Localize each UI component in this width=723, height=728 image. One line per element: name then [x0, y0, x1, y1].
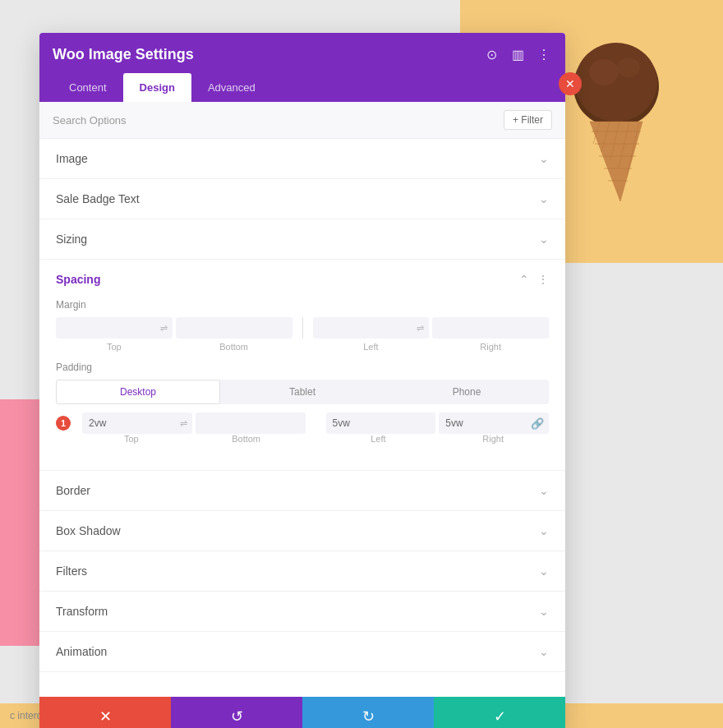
animation-label: Animation [56, 645, 107, 658]
margin-labels-left: Top Bottom [56, 342, 292, 352]
device-tabs: Desktop Tablet Phone [56, 380, 549, 404]
panel-title: Woo Image Settings [53, 46, 194, 63]
tab-advanced[interactable]: Advanced [191, 73, 272, 102]
device-tab-phone[interactable]: Phone [385, 380, 549, 404]
padding-link-chain-icon: 🔗 [531, 417, 544, 430]
padding-labels-left: Top Bottom [76, 434, 302, 444]
device-tab-tablet[interactable]: Tablet [220, 380, 385, 404]
search-bar: Search Options + Filter [39, 102, 565, 139]
filters-label: Filters [56, 564, 87, 578]
box-shadow-chevron: ⌄ [539, 524, 549, 537]
search-placeholder: Search Options [53, 114, 127, 127]
padding-top-link-icon: ⇌ [180, 418, 187, 429]
padding-top-label: Top [76, 434, 187, 444]
padding-left-wrap [326, 412, 436, 434]
padding-right-wrap: 🔗 [439, 412, 549, 434]
sale-badge-label: Sale Badge Text [56, 192, 140, 205]
animation-chevron: ⌄ [539, 645, 549, 658]
margin-bottom-input[interactable] [176, 317, 292, 339]
border-label: Border [56, 484, 90, 497]
margin-left-input[interactable] [313, 317, 430, 339]
image-chevron: ⌄ [539, 152, 549, 165]
save-button[interactable]: ✓ [434, 697, 565, 728]
filter-button[interactable]: + Filter [504, 110, 552, 130]
close-button[interactable]: ✕ [559, 72, 582, 95]
margin-top-input[interactable] [56, 317, 173, 339]
padding-bottom-wrap [196, 412, 306, 434]
padding-left-input[interactable] [326, 412, 436, 434]
filters-section[interactable]: Filters ⌄ [39, 551, 565, 592]
more-icon[interactable]: ⋮ [536, 47, 552, 63]
sections-container: Image ⌄ Sale Badge Text ⌄ Sizing ⌄ Spaci… [39, 139, 565, 697]
margin-top-link-icon: ⇌ [160, 323, 168, 334]
spacing-more-icon[interactable]: ⋮ [537, 273, 549, 286]
transform-label: Transform [56, 605, 108, 618]
padding-left-label: Left [323, 434, 435, 444]
margin-left-pair: ⇌ [56, 317, 292, 339]
spacing-header: Spacing ⌃ ⋮ [56, 273, 549, 286]
settings-icon[interactable]: ⊙ [483, 47, 500, 63]
padding-right-label: Right [437, 434, 549, 444]
device-tab-desktop[interactable]: Desktop [56, 380, 220, 404]
padding-fields-right: 🔗 [326, 412, 550, 434]
header-icons: ⊙ ▥ ⋮ [483, 47, 552, 63]
border-section[interactable]: Border ⌄ [39, 471, 565, 511]
box-shadow-label: Box Shadow [56, 524, 121, 537]
spacing-title: Spacing [56, 273, 100, 286]
tabs: Content Design Advanced [53, 73, 552, 102]
padding-input-row: 1 ⇌ 🔗 [56, 412, 549, 434]
margin-left-wrap: ⇌ [313, 317, 430, 339]
padding-label: Padding [56, 362, 549, 373]
margin-label: Margin [56, 299, 549, 311]
padding-labels-row: Top Bottom Left Right [76, 434, 549, 444]
margin-bottom-wrap [176, 317, 292, 339]
bottom-spacer [39, 672, 565, 697]
cancel-button[interactable]: ✕ [39, 697, 171, 728]
margin-divider [302, 317, 303, 339]
tab-content[interactable]: Content [53, 73, 123, 102]
box-shadow-section[interactable]: Box Shadow ⌄ [39, 511, 565, 551]
margin-top-wrap: ⇌ [56, 317, 173, 339]
padding-bottom-input[interactable] [196, 412, 306, 434]
margin-right-input[interactable] [432, 317, 549, 339]
margin-right-label: Right [432, 342, 549, 352]
padding-top-input[interactable] [82, 412, 192, 434]
label-spacer [302, 342, 303, 352]
padding-badge: 1 [56, 416, 71, 431]
bottom-toolbar: ✕ ↺ ↻ ✓ [39, 697, 565, 728]
settings-panel: Woo Image Settings ⊙ ▥ ⋮ Content Design … [39, 33, 565, 728]
transform-chevron: ⌄ [539, 605, 549, 618]
redo-button[interactable]: ↻ [302, 697, 434, 728]
margin-right-wrap [432, 317, 549, 339]
svg-point-3 [617, 58, 640, 77]
sizing-section[interactable]: Sizing ⌄ [39, 219, 565, 260]
sale-badge-section[interactable]: Sale Badge Text ⌄ [39, 179, 565, 219]
padding-fields-left: ⇌ [82, 412, 306, 434]
margin-labels-row: Top Bottom Left Right [56, 342, 549, 352]
margin-left-link-icon: ⇌ [417, 323, 424, 334]
svg-point-1 [575, 43, 657, 122]
margin-right-pair: ⇌ [313, 317, 550, 339]
margin-left-label: Left [313, 342, 430, 352]
spacing-collapse-icon[interactable]: ⌃ [519, 273, 529, 286]
margin-labels-right: Left Right [313, 342, 550, 352]
sale-badge-chevron: ⌄ [539, 192, 549, 205]
image-label: Image [56, 152, 88, 165]
spacing-header-icons: ⌃ ⋮ [519, 273, 549, 286]
margin-input-row: ⇌ ⇌ [56, 317, 549, 339]
padding-labels-right: Left Right [323, 434, 550, 444]
transform-section[interactable]: Transform ⌄ [39, 592, 565, 632]
padding-bottom-label: Bottom [191, 434, 302, 444]
spacing-section: Spacing ⌃ ⋮ Margin ⇌ [39, 260, 565, 471]
padding-label-spacer [312, 434, 313, 444]
animation-section[interactable]: Animation ⌄ [39, 632, 565, 672]
ice-cream-image [559, 25, 690, 222]
columns-icon[interactable]: ▥ [509, 47, 526, 63]
reset-button[interactable]: ↺ [171, 697, 302, 728]
sizing-chevron: ⌄ [539, 233, 549, 246]
border-chevron: ⌄ [539, 484, 549, 497]
image-section[interactable]: Image ⌄ [39, 139, 565, 179]
padding-top-wrap: ⇌ [82, 412, 192, 434]
tab-design[interactable]: Design [123, 73, 191, 102]
panel-header: Woo Image Settings ⊙ ▥ ⋮ Content Design … [39, 33, 565, 102]
